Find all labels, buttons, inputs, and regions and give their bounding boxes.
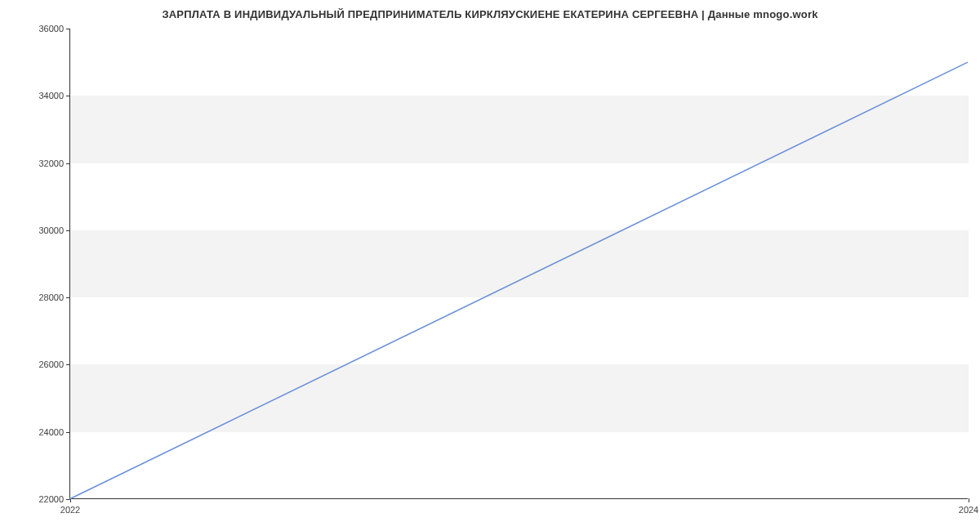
y-tick-label: 22000	[29, 494, 64, 504]
y-tick-label: 32000	[29, 158, 64, 168]
y-tick-label: 24000	[29, 427, 64, 437]
y-tick-label: 28000	[29, 292, 64, 302]
chart-title: ЗАРПЛАТА В ИНДИВИДУАЛЬНЫЙ ПРЕДПРИНИМАТЕЛ…	[0, 0, 980, 25]
chart-area: 2200024000260002800030000320003400036000…	[69, 29, 968, 499]
x-tick-label: 2024	[959, 505, 978, 515]
data-line	[69, 29, 968, 499]
y-tick-label: 30000	[29, 225, 64, 235]
x-tick-mark	[969, 498, 969, 502]
y-tick-label: 34000	[29, 91, 64, 100]
y-tick-label: 36000	[29, 24, 64, 33]
y-tick-label: 26000	[29, 359, 64, 369]
x-tick-label: 2022	[60, 505, 80, 515]
